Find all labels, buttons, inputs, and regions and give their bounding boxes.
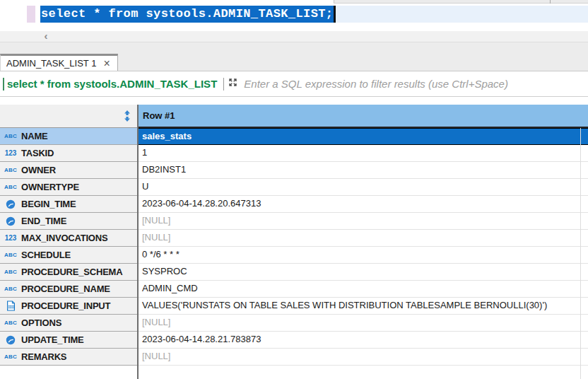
row-header-update-time[interactable]: UPDATE_TIME xyxy=(0,332,137,349)
table-row: ABC PROCEDURE_SCHEMA SYSPROC xyxy=(0,264,588,281)
row-header-taskid[interactable]: 123 TASKID xyxy=(0,145,137,162)
cell-options[interactable]: [NULL] xyxy=(137,315,588,332)
row-header-owner[interactable]: ABC OWNER xyxy=(0,162,137,179)
abc-icon: ABC xyxy=(4,184,18,190)
tab-admin-task-list[interactable]: ADMIN_TASK_LIST 1 × xyxy=(0,54,118,71)
table-row: 123 MAX_INVOCATIONS [NULL] xyxy=(0,230,588,247)
table-row: ABC NAME sales_stats xyxy=(0,128,588,145)
row-header-procedure-name[interactable]: ABC PROCEDURE_NAME xyxy=(0,281,137,298)
cell-max-invocations[interactable]: [NULL] xyxy=(137,230,588,247)
filter-placeholder: Enter a SQL expression to filter results… xyxy=(244,78,508,90)
sql-editor[interactable]: select * from systools.ADMIN_TASK_LIST; xyxy=(0,4,588,31)
cell-procedure-schema[interactable]: SYSPROC xyxy=(137,264,588,281)
tab-label: ADMIN_TASK_LIST 1 xyxy=(6,58,96,69)
document-icon xyxy=(4,301,18,311)
filter-input[interactable]: Enter a SQL expression to filter results… xyxy=(244,71,588,96)
editor-gutter xyxy=(0,6,40,23)
abc-icon: ABC xyxy=(4,354,18,360)
row-header-ownertype[interactable]: ABC OWNERTYPE xyxy=(0,179,137,196)
row-header-name[interactable]: ABC NAME xyxy=(0,128,137,145)
dbeaver-window: select * from systools.ADMIN_TASK_LIST; … xyxy=(0,0,588,379)
cell-name[interactable]: sales_stats xyxy=(137,128,588,145)
results-tab-bar: ADMIN_TASK_LIST 1 × xyxy=(0,42,588,71)
cell-owner[interactable]: DB2INST1 xyxy=(137,162,588,179)
table-row: UPDATE_TIME 2023-06-04-14.28.21.783873 xyxy=(0,332,588,349)
clock-icon xyxy=(4,216,18,226)
123-icon: 123 xyxy=(4,149,18,157)
abc-icon: ABC xyxy=(4,286,18,292)
row-header-procedure-input[interactable]: PROCEDURE_INPUT xyxy=(0,298,137,315)
table-row: ABC SCHEDULE 0 */6 * * * xyxy=(0,247,588,264)
scroll-left-icon[interactable]: ‹ xyxy=(41,31,51,42)
grid-header-row: Row #1 xyxy=(0,105,588,128)
table-row: ABC REMARKS [NULL] xyxy=(0,349,588,366)
abc-icon: ABC xyxy=(4,320,18,326)
row-header-column-divider xyxy=(137,105,139,379)
abc-icon: ABC xyxy=(4,269,18,275)
current-line-highlight xyxy=(336,6,588,23)
value-column-right-border xyxy=(580,128,581,379)
row-header-begin-time[interactable]: BEGIN_TIME xyxy=(0,196,137,213)
row-header-max-invocations[interactable]: 123 MAX_INVOCATIONS xyxy=(0,230,137,247)
row-header-end-time[interactable]: END_TIME xyxy=(0,213,137,230)
filter-query-label: select * from systools.ADMIN_TASK_LIST xyxy=(7,78,217,90)
cell-remarks[interactable]: [NULL] xyxy=(137,349,588,366)
row-header-options[interactable]: ABC OPTIONS xyxy=(0,315,137,332)
table-row: ABC PROCEDURE_NAME ADMIN_CMD xyxy=(0,281,588,298)
table-row: ABC OWNERTYPE U xyxy=(0,179,588,196)
row-header-procedure-schema[interactable]: ABC PROCEDURE_SCHEMA xyxy=(0,264,137,281)
table-row: PROCEDURE_INPUT VALUES('RUNSTATS ON TABL… xyxy=(0,298,588,315)
abc-icon: ABC xyxy=(4,252,18,258)
row-header-remarks[interactable]: ABC REMARKS xyxy=(0,349,137,366)
cell-ownertype[interactable]: U xyxy=(137,179,588,196)
cell-taskid[interactable]: 1 xyxy=(137,145,588,162)
clock-icon xyxy=(4,199,18,209)
expand-icon[interactable] xyxy=(228,77,238,91)
column-header-row1[interactable]: Row #1 xyxy=(137,105,588,128)
cell-begin-time[interactable]: 2023-06-04-14.28.20.647313 xyxy=(137,196,588,213)
sql-editor-line[interactable]: select * from systools.ADMIN_TASK_LIST; xyxy=(0,6,588,23)
change-indicator-bar xyxy=(27,6,35,23)
clock-icon xyxy=(4,335,18,345)
filter-icon-fragment xyxy=(3,78,4,91)
row-header-schedule[interactable]: ABC SCHEDULE xyxy=(0,247,137,264)
123-icon: 123 xyxy=(4,234,18,242)
abc-icon: ABC xyxy=(4,133,18,139)
abc-icon: ABC xyxy=(4,167,18,173)
filter-divider xyxy=(223,78,224,91)
table-row: ABC OPTIONS [NULL] xyxy=(0,315,588,332)
editor-h-scrollbar[interactable]: ‹ xyxy=(0,31,588,42)
result-grid: Row #1 ABC NAME sales_stats 123 TASKID 1… xyxy=(0,105,588,379)
table-row: 123 TASKID 1 xyxy=(0,145,588,162)
cell-update-time[interactable]: 2023-06-04-14.28.21.783873 xyxy=(137,332,588,349)
grid-empty-area xyxy=(0,366,588,379)
close-icon[interactable]: × xyxy=(103,59,110,69)
table-row: ABC OWNER DB2INST1 xyxy=(0,162,588,179)
cell-procedure-input[interactable]: VALUES('RUNSTATS ON TABLE SALES WITH DIS… xyxy=(137,298,588,315)
cell-schedule[interactable]: 0 */6 * * * xyxy=(137,247,588,264)
filter-bar: select * from systools.ADMIN_TASK_LIST E… xyxy=(0,71,588,97)
table-row: BEGIN_TIME 2023-06-04-14.28.20.647313 xyxy=(0,196,588,213)
table-row: END_TIME [NULL] xyxy=(0,213,588,230)
sort-both-icon[interactable] xyxy=(124,110,131,122)
cell-procedure-name[interactable]: ADMIN_CMD xyxy=(137,281,588,298)
selected-sql-text[interactable]: select * from systools.ADMIN_TASK_LIST; xyxy=(40,6,334,23)
grid-corner-cell[interactable] xyxy=(0,105,137,128)
cell-end-time[interactable]: [NULL] xyxy=(137,213,588,230)
